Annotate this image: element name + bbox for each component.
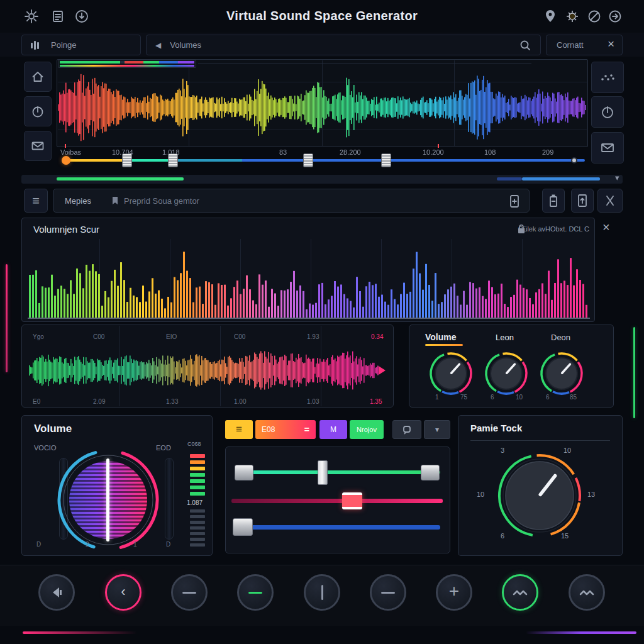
slider-track-pink[interactable] [231,499,443,503]
pan-knob[interactable] [496,452,584,540]
cut-button[interactable] [597,189,623,213]
close-icon[interactable]: × [608,37,614,51]
slider-handle-red[interactable] [342,492,362,509]
mixer-gen-button[interactable]: Nrojov [350,420,384,439]
mixer-eq-button[interactable]: E08 = [255,420,316,439]
led-segment-off [190,532,205,535]
minus-icon [248,592,262,594]
wave-active-button[interactable] [502,574,538,611]
wave-top-label: Ygo [33,333,44,340]
minus-icon [381,592,395,594]
knob-max: 10 [516,394,523,401]
meter-value: 1.087 [187,499,203,506]
slider-handle[interactable] [233,518,253,536]
tag-icon [110,196,120,206]
power-icon [600,104,615,119]
power-button-right[interactable] [591,96,624,128]
scrollbar-green-segment[interactable] [57,177,184,180]
led-segment [190,473,205,477]
pan-title: Pamie Tock [470,423,522,433]
disabled-slash-icon[interactable] [587,9,602,24]
add-button[interactable]: + [436,574,472,611]
timeline-start-dot[interactable] [62,156,70,165]
home-button[interactable] [24,62,52,92]
pages-button[interactable]: Poinge [21,35,141,55]
top-bar: Virtual Sound Space Generator [0,0,644,33]
device-add-icon[interactable] [509,194,520,208]
mixer-dropdown-button[interactable]: ▾ [424,420,450,439]
mixer-search-button[interactable] [392,420,421,439]
stop-button[interactable] [304,574,340,611]
mini-map[interactable] [58,60,196,68]
pan-tick: 13 [587,491,595,498]
scrollbar[interactable] [21,175,623,184]
previous-button[interactable]: ‹ [105,574,142,611]
connect-label: Cornatt [557,40,584,50]
connect-button[interactable]: Cornatt × [546,35,623,55]
main-waveform-canvas[interactable] [58,70,586,145]
gauge-label-left: VOCIO [34,444,56,452]
memories-search-bar[interactable]: Mepies Preprid Soua gemtor [53,189,530,213]
mail-button-right[interactable] [591,132,624,164]
volume-knob[interactable] [427,350,475,397]
search-bar[interactable]: ◀ Volumes [146,35,541,55]
leon-knob[interactable] [482,350,530,397]
minus-button[interactable] [370,574,406,611]
timeline-handle[interactable] [168,153,178,167]
location-pin-icon[interactable] [543,9,557,24]
timeline-label: 108 [484,148,496,156]
close-icon[interactable]: × [602,220,610,235]
slider-track-green[interactable] [244,470,440,474]
search-value: Volumes [170,40,201,50]
led-segment [190,460,205,464]
slider-handle[interactable] [421,465,440,480]
mixer-menu-button[interactable]: ≡ [225,420,253,439]
wave-button[interactable] [569,574,605,611]
timeline-track[interactable] [66,159,585,162]
scatter-button[interactable] [591,62,624,93]
decrease-button[interactable] [171,574,208,611]
scroll-chevron-icon[interactable]: ▾ [615,173,619,182]
timeline-label: 209 [542,148,553,156]
led-segment-off [190,526,205,530]
upload-icon [577,193,588,208]
home-icon [31,70,45,84]
fader-right[interactable] [165,458,174,540]
gauge-tick: D [36,541,41,548]
search-icon[interactable] [519,39,531,52]
scrollbar-blue-segment[interactable] [522,177,600,180]
arrow-circle-icon[interactable] [608,9,623,24]
timeline-handle[interactable] [122,153,132,167]
mute-button[interactable] [38,574,75,611]
slider-handle[interactable] [235,465,253,480]
mail-button-left[interactable] [24,131,52,161]
wave-bottom-label: 1.00 [234,398,246,405]
timeline-handle[interactable] [381,153,391,167]
scrollbar-blue-dark-segment[interactable] [497,177,522,180]
led-segment [190,454,205,458]
sun-burst-icon[interactable] [565,9,580,24]
back-icon[interactable]: ◀ [155,41,161,50]
wave-top-label: C00 [93,333,104,340]
timeline-handle[interactable] [303,153,313,167]
export-button[interactable] [571,189,594,213]
power-button-left[interactable] [24,96,52,126]
knob-label-underline [425,344,463,346]
knob-max: 75 [460,394,467,401]
envelope-icon [31,139,45,153]
led-segment-off [190,509,205,513]
wave-top-label: 0.34 [371,333,383,340]
plus-icon: + [449,581,459,601]
timeline-end-dot[interactable] [571,157,577,164]
bars-icon [30,39,42,52]
menu-button[interactable]: ≡ [24,189,48,213]
timeline-marker [438,144,439,148]
slider-track-blue[interactable] [243,525,440,530]
wave-bottom-label: 2.09 [93,398,105,405]
deon-knob[interactable] [538,350,586,397]
mini-map-gradient [60,65,194,67]
decrease-green-button[interactable] [237,574,274,611]
slider-handle-tall[interactable] [318,460,328,485]
mixer-mode-button[interactable]: M [319,420,347,439]
battery-button[interactable] [542,189,565,213]
